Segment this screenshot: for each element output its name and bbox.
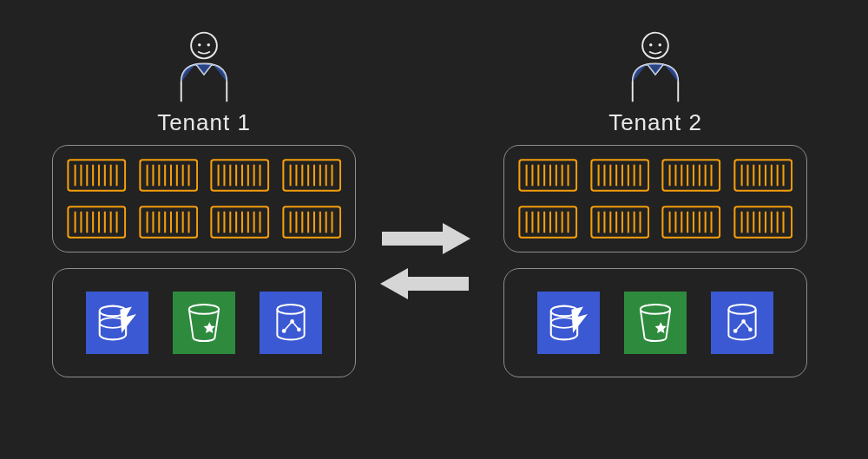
container-icon <box>518 205 578 239</box>
container-icon <box>67 205 127 239</box>
tenant-2-services-panel <box>503 268 807 377</box>
s3-bucket-icon <box>624 292 687 354</box>
tenant-block-2: Tenant 2 <box>503 28 807 393</box>
container-icon <box>210 205 270 239</box>
container-icon <box>282 205 342 239</box>
container-icon <box>210 158 270 193</box>
container-grid <box>67 158 341 239</box>
user-icon <box>625 28 686 106</box>
services-row <box>67 281 341 364</box>
bidirectional-arrows <box>373 213 495 310</box>
tenant-2-label: Tenant 2 <box>503 109 807 136</box>
container-icon <box>733 158 793 193</box>
dynamodb-icon <box>537 292 600 354</box>
container-icon <box>590 205 650 239</box>
tenant-1-services-panel <box>52 268 356 377</box>
user-icon <box>174 28 234 106</box>
container-icon <box>518 158 578 193</box>
container-icon <box>733 205 793 239</box>
graph-db-icon <box>711 292 773 354</box>
s3-bucket-icon <box>173 292 235 354</box>
container-icon <box>661 205 721 239</box>
tenant-1-label: Tenant 1 <box>52 109 356 136</box>
container-icon <box>67 158 127 193</box>
tenant-block-1: Tenant 1 <box>52 28 356 393</box>
services-row <box>518 281 792 364</box>
arrow-right-icon <box>373 220 477 258</box>
tenant-1-containers-panel <box>52 145 356 252</box>
container-icon <box>661 158 721 193</box>
container-icon <box>139 205 199 239</box>
container-icon <box>139 158 199 193</box>
container-icon <box>590 158 650 193</box>
container-grid <box>518 158 792 239</box>
tenant-2-containers-panel <box>503 145 807 252</box>
dynamodb-icon <box>86 292 148 354</box>
container-icon <box>282 158 342 193</box>
arrow-left-icon <box>373 265 477 303</box>
graph-db-icon <box>260 292 322 354</box>
